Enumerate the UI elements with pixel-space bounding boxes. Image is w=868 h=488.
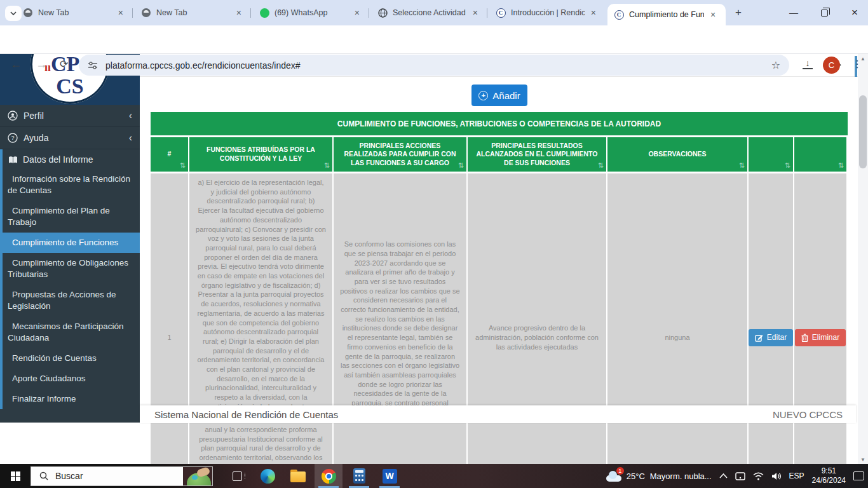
calculator-icon bbox=[353, 468, 365, 484]
site-settings-icon[interactable] bbox=[88, 61, 98, 70]
cpccs-favicon-icon: C bbox=[614, 10, 624, 20]
page-scrollbar[interactable]: ▲ ▼ bbox=[858, 54, 868, 464]
scrollbar-thumb[interactable] bbox=[859, 95, 867, 168]
profile-avatar[interactable]: C bbox=[823, 57, 840, 74]
url-text[interactable]: plataforma.cpccs.gob.ec/rendicioncuentas… bbox=[105, 60, 301, 71]
taskbar-search-box[interactable]: Buscar bbox=[31, 466, 213, 486]
search-icon bbox=[39, 471, 48, 480]
user-icon bbox=[8, 111, 18, 121]
tab-separator bbox=[369, 8, 369, 18]
tab-close-icon[interactable]: × bbox=[590, 8, 597, 18]
sidebar-item-rendicion[interactable]: Rendición de Cuentas bbox=[3, 348, 140, 369]
page-footer: Sistema Nacional de Rendición de Cuentas… bbox=[140, 405, 856, 423]
tab-cumplimiento-active[interactable]: C Cumplimiento de Fun × bbox=[607, 4, 726, 25]
downloads-button[interactable]: ↓ bbox=[803, 58, 813, 69]
back-button[interactable]: ← bbox=[10, 58, 22, 71]
cell-empty bbox=[334, 423, 468, 470]
footer-brand: NUEVO CPCCS bbox=[773, 409, 843, 420]
sidebar-item-mecanismos[interactable]: Mecanismos de Participación Ciudadana bbox=[3, 316, 140, 348]
globe-favicon-icon bbox=[377, 8, 388, 18]
tab-title: Introducción | Rendic bbox=[511, 8, 585, 17]
tab-close-icon[interactable]: × bbox=[235, 8, 243, 18]
sidebar-item-plan-trabajo[interactable]: Cumplimiento del Plan de Trabajo bbox=[3, 201, 140, 233]
table-header-row: #⇅ FUNCIONES ATRIBUÍDAS POR LA CONSTITUC… bbox=[151, 137, 848, 172]
column-header-funciones[interactable]: FUNCIONES ATRIBUÍDAS POR LA CONSTITUCIÓN… bbox=[189, 137, 334, 172]
sidebar-item-obligaciones[interactable]: Cumplimiento de Obligaciones Tributarias bbox=[3, 253, 140, 285]
taskbar-calculator[interactable] bbox=[345, 464, 373, 488]
weather-desc: Mayorm. nubla... bbox=[650, 471, 712, 481]
column-header-observaciones[interactable]: OBSERVACIONES⇅ bbox=[607, 137, 749, 172]
sidebar-item-informacion[interactable]: Información sobre la Rendición de Cuenta… bbox=[3, 169, 140, 201]
bookmark-star-icon[interactable]: ☆ bbox=[771, 59, 780, 71]
add-button-label: Añadir bbox=[492, 90, 520, 101]
tab-seleccione-actividad[interactable]: Seleccione Actividad × bbox=[371, 0, 485, 25]
word-icon: W bbox=[383, 469, 397, 484]
weather-widget[interactable]: 1 25°C Mayorm. nubla... bbox=[605, 471, 712, 482]
window-restore-button[interactable] bbox=[813, 0, 835, 25]
sidebar-item-propuestas[interactable]: Propuestas de Acciones de Legislación bbox=[3, 285, 140, 316]
column-header-acciones[interactable]: PRINCIPALES ACCIONES REALIZADAS PARA CUM… bbox=[334, 137, 468, 172]
delete-button[interactable]: Eliminar bbox=[795, 329, 846, 346]
sidebar-item-finalizar[interactable]: Finalizar Informe bbox=[3, 389, 140, 409]
sidebar-section-label: Datos del Informe bbox=[23, 154, 93, 165]
scroll-down-arrow[interactable]: ▼ bbox=[858, 455, 868, 464]
browser-menu-button[interactable]: ⋮ bbox=[852, 58, 862, 70]
tab-new-tab-1[interactable]: New Tab × bbox=[17, 0, 131, 25]
search-highlight-graphic[interactable] bbox=[183, 467, 212, 486]
tab-close-icon[interactable]: × bbox=[117, 8, 125, 18]
task-view-button[interactable] bbox=[223, 464, 251, 488]
cell-empty bbox=[151, 423, 189, 470]
new-tab-button[interactable]: + bbox=[731, 5, 746, 20]
tab-title: New Tab bbox=[38, 8, 112, 17]
address-bar[interactable]: plataforma.cpccs.gob.ec/rendicioncuentas… bbox=[79, 55, 789, 76]
sidebar: ııCPCCS Perfil ‹ ? Ayuda ‹ Datos del Inf… bbox=[0, 54, 140, 423]
taskbar-clock[interactable]: 9:51 24/6/2024 bbox=[812, 466, 846, 485]
tab-whatsapp[interactable]: (69) WhatsApp × bbox=[253, 0, 367, 25]
tab-introduccion[interactable]: C Introducción | Rendic × bbox=[489, 0, 604, 25]
taskbar: Buscar W 1 25°C Mayorm. nubla... ESP 9:5… bbox=[0, 464, 868, 488]
volume-icon[interactable] bbox=[771, 472, 782, 480]
trash-icon bbox=[801, 334, 808, 342]
sidebar-section-datos[interactable]: Datos del Informe bbox=[3, 149, 140, 169]
action-center-icon[interactable] bbox=[853, 471, 864, 480]
edit-button[interactable]: Editar bbox=[749, 329, 793, 346]
window-minimize-button[interactable]: — bbox=[783, 0, 804, 25]
restore-icon bbox=[821, 10, 828, 17]
tab-close-icon[interactable]: × bbox=[471, 8, 479, 18]
tab-separator bbox=[250, 8, 251, 18]
reload-button[interactable]: ⟳ bbox=[60, 58, 68, 70]
default-favicon-icon bbox=[23, 8, 33, 18]
column-header-num[interactable]: #⇅ bbox=[151, 137, 189, 172]
column-header-resultados[interactable]: PRINCIPALES RESULTADOS ALCANZADOS EN EL … bbox=[468, 137, 607, 172]
taskbar-file-explorer[interactable] bbox=[284, 464, 312, 488]
taskbar-edge[interactable] bbox=[254, 464, 281, 488]
windows-logo-icon bbox=[11, 471, 20, 481]
sort-icon: ⇅ bbox=[739, 161, 745, 170]
sidebar-item-label: Perfil bbox=[24, 111, 44, 121]
tab-new-tab-2[interactable]: New Tab × bbox=[135, 0, 249, 25]
sidebar-item-aporte[interactable]: Aporte Ciudadanos bbox=[3, 369, 140, 389]
column-header-editar[interactable]: ⇅ bbox=[749, 137, 794, 172]
sidebar-item-ayuda[interactable]: ? Ayuda ‹ bbox=[0, 127, 140, 149]
taskbar-word[interactable]: W bbox=[376, 464, 403, 488]
sidebar-item-perfil[interactable]: Perfil ‹ bbox=[0, 105, 140, 127]
system-tray: 1 25°C Mayorm. nubla... ESP 9:51 24/6/20… bbox=[605, 464, 864, 488]
column-header-eliminar[interactable]: ⇅ bbox=[794, 137, 846, 172]
display-device-icon[interactable] bbox=[735, 472, 745, 480]
wifi-icon[interactable] bbox=[753, 472, 764, 480]
tab-close-icon[interactable]: × bbox=[709, 10, 717, 20]
edge-icon bbox=[261, 469, 275, 484]
sidebar-item-cumplimiento-funciones[interactable]: Cumplimiento de Funciones bbox=[0, 233, 140, 253]
tab-close-icon[interactable]: × bbox=[353, 8, 361, 18]
start-button[interactable] bbox=[0, 464, 31, 488]
add-button[interactable]: + Añadir bbox=[471, 85, 527, 106]
folder-icon bbox=[290, 471, 306, 482]
sort-icon: ⇅ bbox=[785, 161, 790, 170]
tray-chevron-up-icon[interactable] bbox=[719, 473, 728, 478]
forward-button[interactable]: → bbox=[36, 58, 47, 71]
cell-funciones-continuation: anual y la correspondiente proforma pres… bbox=[189, 423, 334, 470]
language-indicator[interactable]: ESP bbox=[789, 471, 804, 480]
taskbar-chrome[interactable] bbox=[315, 464, 342, 488]
window-close-button[interactable]: × bbox=[844, 0, 865, 25]
cpccs-favicon-icon: C bbox=[496, 8, 506, 18]
